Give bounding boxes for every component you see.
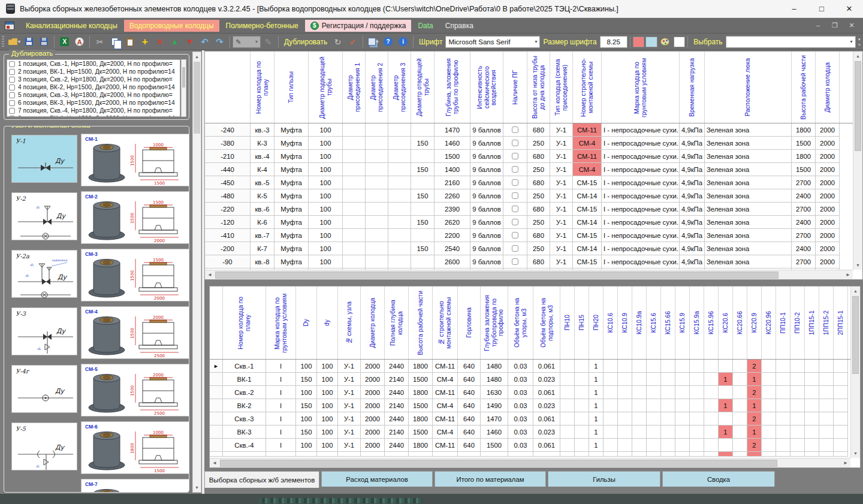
- cell[interactable]: Зеленая зона: [705, 255, 792, 268]
- top-column-header-17[interactable]: Высота рабочей части: [792, 52, 816, 123]
- uzel-card-У-1[interactable]: У-1Ду: [11, 135, 77, 183]
- cell[interactable]: [503, 176, 527, 189]
- excel-export-button[interactable]: X: [58, 35, 71, 49]
- cell[interactable]: кв.-7: [251, 229, 274, 242]
- cell-КС15.9[interactable]: [675, 360, 690, 373]
- cell-ПН10[interactable]: [560, 425, 575, 439]
- scroll-right-icon[interactable]: ►: [841, 460, 850, 466]
- cell-ПН15[interactable]: [575, 360, 589, 373]
- cell[interactable]: 640: [458, 412, 481, 425]
- cell-1ПП15-2[interactable]: [819, 373, 834, 386]
- cell[interactable]: У-1: [550, 137, 573, 150]
- cell[interactable]: Муфта: [274, 203, 309, 216]
- cell-1ПП15-1[interactable]: [805, 386, 819, 399]
- cell[interactable]: СМ-4: [573, 163, 602, 176]
- cell[interactable]: 2000: [816, 189, 840, 203]
- tab-5[interactable]: Сводка: [662, 471, 775, 487]
- cell[interactable]: Скв.-2: [223, 386, 266, 399]
- cell[interactable]: 2200: [434, 229, 470, 242]
- cell[interactable]: 100: [309, 176, 343, 189]
- bottom-column-header-1[interactable]: Номер колодца по плану: [223, 286, 266, 359]
- cell-КС15.96[interactable]: [704, 360, 719, 373]
- cell[interactable]: [503, 216, 527, 229]
- cell[interactable]: [503, 189, 527, 203]
- row-marker-cell[interactable]: [210, 412, 223, 425]
- cell[interactable]: -220: [205, 203, 251, 216]
- cell-КС15.6[interactable]: [647, 399, 661, 412]
- left-panel-scrollbar[interactable]: ▲ ▼: [192, 52, 201, 493]
- cell[interactable]: [411, 203, 434, 216]
- cell[interactable]: [388, 216, 411, 229]
- cell[interactable]: 9 баллов: [470, 189, 503, 203]
- pg-checkbox[interactable]: [512, 166, 518, 173]
- help-button[interactable]: ?: [381, 35, 395, 49]
- cell-КС20.66[interactable]: [733, 386, 747, 399]
- cell[interactable]: [388, 189, 411, 203]
- scroll-left-icon[interactable]: ◄: [210, 460, 219, 466]
- cell[interactable]: 1490: [481, 399, 508, 412]
- cell[interactable]: Муфта: [274, 137, 309, 150]
- checkbox[interactable]: [9, 108, 15, 114]
- cell[interactable]: [343, 242, 366, 255]
- cell-КС10.9а[interactable]: [632, 386, 647, 399]
- cell-КС10.6[interactable]: [604, 425, 618, 439]
- cell[interactable]: I - непросадочные сухи...: [602, 189, 680, 203]
- cell[interactable]: [366, 123, 388, 137]
- cell[interactable]: 1400: [434, 163, 470, 176]
- cell[interactable]: 680: [527, 203, 550, 216]
- cell-ПН15[interactable]: [575, 412, 589, 425]
- scroll-down-icon[interactable]: ▼: [193, 483, 201, 492]
- top-column-header-18[interactable]: Диаметр колодца: [816, 52, 840, 123]
- cell[interactable]: 9 баллов: [470, 229, 503, 242]
- cell[interactable]: 0.061: [533, 386, 560, 399]
- cell[interactable]: [503, 163, 527, 176]
- cell[interactable]: СМ-11: [433, 439, 458, 452]
- cell[interactable]: Зеленая зона: [705, 203, 792, 216]
- font-select[interactable]: Microsoft Sans Serif▾: [445, 36, 540, 48]
- info-button[interactable]: i: [396, 35, 410, 49]
- cell[interactable]: 2260: [434, 189, 470, 203]
- open-file-button[interactable]: ▾: [7, 35, 21, 49]
- cell[interactable]: 2440: [385, 412, 409, 425]
- cell[interactable]: 100: [317, 425, 338, 439]
- cell-2ПП15-1[interactable]: [834, 399, 848, 412]
- cell[interactable]: [503, 123, 527, 137]
- cell[interactable]: У-1: [550, 242, 573, 255]
- cell[interactable]: СМ-11: [573, 150, 602, 163]
- cell[interactable]: Скв.-1: [223, 360, 266, 373]
- cell[interactable]: [366, 137, 388, 150]
- cell[interactable]: 2700: [792, 229, 816, 242]
- duplicate-list-scrollbar[interactable]: [181, 59, 186, 117]
- cell[interactable]: 0.023: [533, 425, 560, 439]
- cell[interactable]: 150: [296, 373, 317, 386]
- pg-checkbox[interactable]: [512, 126, 518, 133]
- scroll-right-icon[interactable]: ►: [843, 272, 853, 277]
- cell[interactable]: У-1: [338, 412, 361, 425]
- cell[interactable]: 640: [458, 425, 481, 439]
- cell[interactable]: -120: [205, 216, 251, 229]
- bottom-column-header-КС10.9[interactable]: КС10.9: [618, 286, 632, 359]
- cell[interactable]: 100: [296, 412, 317, 425]
- cut-button[interactable]: ✂: [93, 35, 107, 49]
- cell[interactable]: 2000: [361, 399, 385, 412]
- cell-КС10.9[interactable]: [618, 425, 632, 439]
- cell-КС10.6[interactable]: [604, 412, 618, 425]
- cell-КС10.9[interactable]: [618, 360, 632, 373]
- bottom-column-header-1ПП15-1[interactable]: 1ПП15-1: [805, 286, 819, 359]
- cell-КС20.66[interactable]: [733, 399, 747, 412]
- cell[interactable]: 100: [309, 137, 343, 150]
- cell-ПН20[interactable]: 1: [589, 399, 604, 412]
- cell-ПН10[interactable]: [560, 399, 575, 412]
- apply-button[interactable]: ✓: [346, 35, 360, 49]
- copy-button[interactable]: [108, 35, 122, 49]
- toolbar-overflow-button[interactable]: ▾≡: [856, 35, 863, 49]
- bottom-column-header-КС10.6[interactable]: КС10.6: [604, 286, 618, 359]
- cell[interactable]: 100: [317, 439, 338, 452]
- cell[interactable]: СМ-14: [573, 189, 602, 203]
- cell[interactable]: У-1: [338, 360, 361, 373]
- bottom-column-header-КС15.96[interactable]: КС15.96: [704, 286, 719, 359]
- cell[interactable]: I: [266, 360, 296, 373]
- cell-ПП10-1[interactable]: [776, 425, 790, 439]
- bottom-column-header-ПН20[interactable]: ПН20: [589, 286, 604, 359]
- cell[interactable]: 250: [527, 242, 550, 255]
